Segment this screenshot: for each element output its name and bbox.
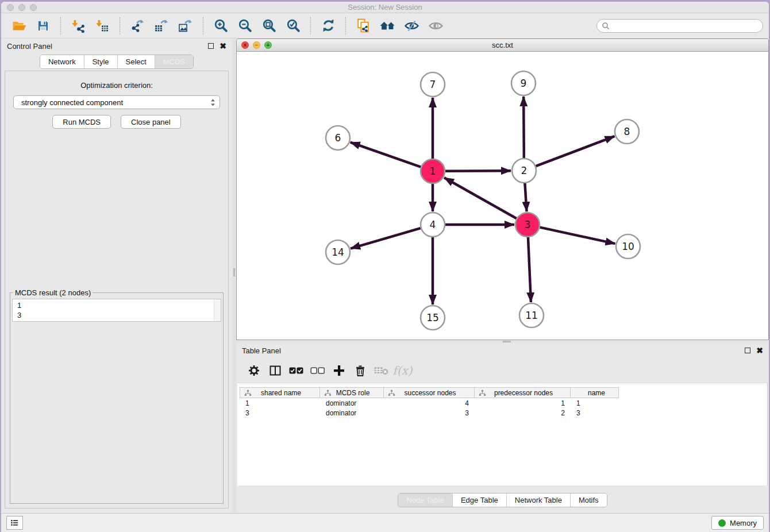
- tab-network-table[interactable]: Network Table: [507, 494, 571, 507]
- column-header-shared-name[interactable]: shared name: [240, 387, 320, 398]
- vertical-splitter[interactable]: [232, 38, 236, 513]
- node-3[interactable]: 3: [515, 213, 540, 237]
- function-builder-icon[interactable]: f(x): [392, 361, 413, 380]
- node-7[interactable]: 7: [421, 72, 445, 97]
- tab-network[interactable]: Network: [40, 55, 84, 68]
- run-mcds-button[interactable]: Run MCDS: [52, 115, 111, 129]
- split-panel-icon[interactable]: [264, 361, 286, 380]
- open-session-icon[interactable]: [10, 17, 28, 35]
- node-14[interactable]: 14: [326, 240, 350, 264]
- close-panel-icon[interactable]: ✖: [220, 43, 226, 49]
- node-15[interactable]: 15: [421, 306, 445, 330]
- network-minimize-icon[interactable]: −: [253, 41, 260, 49]
- cell-shared-name[interactable]: 1: [240, 399, 320, 407]
- tab-node-table[interactable]: Node Table: [398, 494, 453, 507]
- cell-successor-nodes[interactable]: 3: [384, 409, 475, 417]
- float-panel-icon[interactable]: [745, 348, 750, 353]
- add-column-icon[interactable]: [328, 361, 349, 380]
- float-panel-icon[interactable]: [208, 43, 214, 49]
- close-panel-button[interactable]: Close panel: [121, 115, 181, 129]
- save-session-icon[interactable]: [34, 17, 52, 35]
- optimization-criterion-label: Optimization criterion:: [5, 81, 228, 90]
- export-table-icon[interactable]: [152, 17, 171, 35]
- close-window-icon[interactable]: [7, 4, 14, 11]
- task-history-button[interactable]: [6, 516, 23, 530]
- zoom-out-icon[interactable]: [236, 17, 254, 35]
- node-10[interactable]: 10: [616, 234, 640, 259]
- deselect-all-rows-icon[interactable]: [307, 361, 328, 380]
- home-neighborhood-icon[interactable]: [378, 17, 396, 35]
- export-image-icon[interactable]: [176, 17, 195, 35]
- import-network-icon[interactable]: [69, 17, 87, 35]
- table-row[interactable]: 3dominator323: [240, 408, 767, 418]
- edge-1-2[interactable]: [445, 171, 511, 171]
- table-tabs: Node TableEdge TableNetwork TableMotifs: [398, 493, 607, 507]
- select-all-rows-icon[interactable]: [286, 361, 307, 380]
- node-6[interactable]: 6: [326, 126, 350, 150]
- cell-shared-name[interactable]: 3: [240, 409, 320, 417]
- tab-motifs[interactable]: Motifs: [571, 494, 607, 507]
- node-1[interactable]: 1: [421, 159, 445, 183]
- cell-predecessor-nodes[interactable]: 2: [475, 409, 571, 417]
- mcds-result-list[interactable]: 13: [12, 299, 221, 322]
- column-header-predecessor-nodes[interactable]: predecessor nodes: [475, 387, 571, 398]
- network-canvas[interactable]: 7968124314101511: [237, 52, 768, 340]
- delete-table-icon[interactable]: [371, 361, 392, 380]
- edge-2-3[interactable]: [525, 183, 526, 211]
- result-scrollbar[interactable]: [214, 299, 221, 321]
- table-settings-gear-icon[interactable]: [243, 361, 264, 380]
- edge-2-8[interactable]: [536, 136, 615, 166]
- node-9[interactable]: 9: [511, 71, 536, 95]
- cell-successor-nodes[interactable]: 4: [384, 399, 475, 407]
- cell-mcds-role[interactable]: dominator: [320, 409, 384, 417]
- network-close-icon[interactable]: ×: [241, 41, 249, 49]
- zoom-fit-icon[interactable]: [260, 17, 278, 35]
- criterion-select[interactable]: strongly connected component: [13, 95, 220, 109]
- network-maximize-icon[interactable]: +: [264, 41, 272, 49]
- node-8[interactable]: 8: [615, 119, 639, 144]
- tab-style[interactable]: Style: [84, 55, 118, 68]
- memory-button[interactable]: Memory: [711, 516, 764, 530]
- search-input[interactable]: [596, 19, 763, 33]
- cell-name[interactable]: 1: [571, 399, 619, 407]
- cell-predecessor-nodes[interactable]: 1: [475, 399, 571, 407]
- column-header-mcds-role[interactable]: MCDS role: [320, 387, 384, 398]
- edge-3-11[interactable]: [528, 237, 531, 302]
- cell-name[interactable]: 3: [571, 409, 619, 417]
- tab-select[interactable]: Select: [118, 55, 155, 68]
- svg-text:10: 10: [622, 241, 634, 252]
- table-row[interactable]: 1dominator411: [240, 398, 767, 408]
- network-graph[interactable]: 7968124314101511: [237, 52, 769, 340]
- import-table-icon[interactable]: [93, 17, 111, 35]
- zoom-window-icon[interactable]: [30, 4, 37, 11]
- show-graphics-details-icon[interactable]: [426, 17, 445, 35]
- svg-text:7: 7: [430, 79, 436, 90]
- column-header-successor-nodes[interactable]: successor nodes: [384, 387, 475, 398]
- minimize-window-icon[interactable]: [18, 4, 25, 11]
- edge-2-9[interactable]: [523, 97, 524, 158]
- edge-3-1[interactable]: [444, 178, 517, 218]
- horizontal-splitter[interactable]: [236, 340, 769, 343]
- clone-network-icon[interactable]: [354, 17, 372, 35]
- zoom-selected-icon[interactable]: [284, 17, 302, 35]
- close-panel-icon[interactable]: ✖: [756, 348, 763, 353]
- tab-edge-table[interactable]: Edge Table: [453, 494, 507, 507]
- delete-column-icon[interactable]: [349, 361, 371, 380]
- column-header-name[interactable]: name: [571, 387, 619, 398]
- node-11[interactable]: 11: [519, 303, 544, 327]
- network-window-titlebar[interactable]: × − + scc.txt: [237, 39, 768, 52]
- hide-graphics-details-icon[interactable]: [402, 17, 421, 35]
- export-network-icon[interactable]: [128, 17, 147, 35]
- tab-mcds[interactable]: MCDS: [155, 55, 193, 68]
- edge-4-14[interactable]: [351, 228, 421, 248]
- node-table[interactable]: shared nameMCDS rolesuccessor nodesprede…: [237, 383, 768, 485]
- node-4[interactable]: 4: [421, 213, 445, 237]
- node-2[interactable]: 2: [512, 159, 536, 183]
- splitter-handle[interactable]: [233, 268, 235, 276]
- edge-1-6[interactable]: [351, 142, 421, 167]
- cell-mcds-role[interactable]: dominator: [320, 399, 384, 407]
- zoom-in-icon[interactable]: [211, 17, 230, 35]
- splitter-handle[interactable]: [503, 341, 511, 342]
- apply-layout-refresh-icon[interactable]: [319, 17, 337, 35]
- edge-3-10[interactable]: [540, 228, 615, 244]
